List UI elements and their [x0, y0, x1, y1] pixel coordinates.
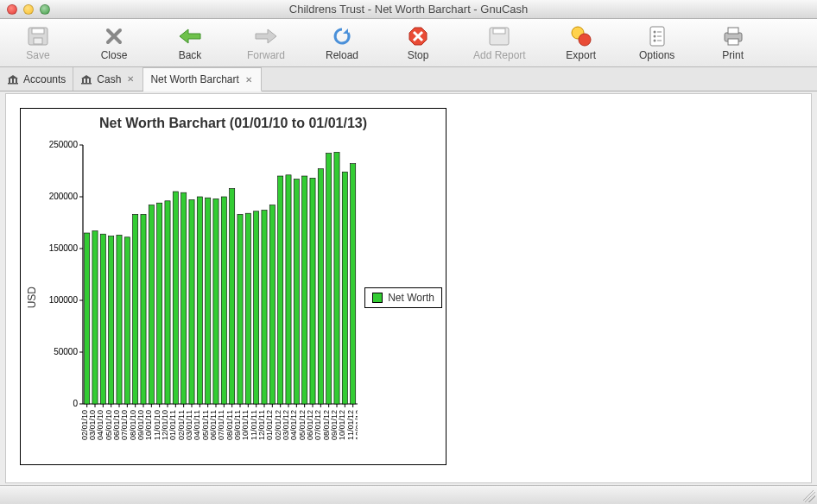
close-window-icon[interactable] — [7, 4, 17, 15]
add-report-button[interactable]: Add Report — [473, 24, 526, 61]
save-icon — [27, 24, 49, 48]
svg-text:150000: 150000 — [49, 243, 79, 253]
svg-point-14 — [653, 35, 656, 38]
svg-rect-127 — [302, 176, 307, 404]
chart-title: Net Worth Barchart (01/01/10 to 01/01/13… — [24, 116, 442, 131]
svg-rect-49 — [92, 231, 98, 404]
tab-close-icon[interactable]: ✕ — [244, 75, 254, 85]
forward-arrow-icon — [254, 24, 278, 48]
tab-label: Net Worth Barchart — [150, 73, 238, 85]
save-button[interactable]: Save — [17, 24, 59, 61]
svg-rect-100 — [230, 188, 235, 404]
minimize-window-icon[interactable] — [23, 4, 34, 15]
svg-rect-118 — [278, 176, 283, 404]
svg-rect-124 — [294, 180, 299, 404]
svg-text:12/01/12: 12/01/12 — [354, 410, 358, 440]
svg-point-11 — [579, 34, 591, 46]
options-button[interactable]: Options — [636, 24, 678, 61]
tab-accounts[interactable]: Accounts — [0, 67, 73, 91]
svg-marker-27 — [81, 75, 92, 79]
svg-text:0: 0 — [73, 399, 78, 408]
svg-rect-26 — [8, 83, 18, 85]
svg-rect-85 — [189, 200, 194, 404]
legend-label: Net Worth — [388, 292, 434, 304]
back-button[interactable]: Back — [169, 24, 211, 61]
svg-rect-21 — [728, 39, 738, 45]
add-report-icon — [488, 24, 510, 48]
close-icon — [104, 24, 124, 48]
svg-point-15 — [653, 40, 656, 42]
svg-rect-61 — [124, 237, 130, 404]
back-arrow-icon — [178, 24, 202, 48]
bank-icon — [7, 74, 19, 85]
svg-rect-31 — [81, 83, 92, 85]
svg-rect-79 — [173, 192, 178, 404]
forward-button[interactable]: Forward — [245, 24, 287, 61]
svg-rect-20 — [728, 28, 738, 34]
window-controls — [0, 4, 50, 15]
resize-grip-icon[interactable] — [803, 490, 815, 502]
svg-text:50000: 50000 — [54, 347, 78, 356]
export-icon — [570, 24, 592, 48]
tab-label: Accounts — [23, 73, 66, 85]
svg-rect-115 — [269, 205, 275, 404]
tab-label: Cash — [97, 73, 121, 85]
export-button[interactable]: Export — [560, 24, 602, 61]
reload-button[interactable]: Reload — [321, 24, 363, 61]
svg-rect-82 — [181, 192, 187, 404]
svg-marker-22 — [8, 75, 18, 79]
svg-rect-97 — [221, 197, 226, 404]
svg-text:250000: 250000 — [49, 140, 79, 149]
svg-rect-88 — [197, 197, 202, 404]
bank-icon — [80, 74, 92, 85]
svg-rect-64 — [133, 214, 138, 404]
svg-rect-58 — [117, 235, 122, 404]
svg-rect-24 — [12, 79, 14, 83]
svg-rect-130 — [310, 178, 315, 404]
svg-rect-28 — [82, 79, 84, 83]
toolbar: Save Close Back Forward Reload Stop Ad — [0, 19, 817, 67]
tab-net-worth-barchart[interactable]: Net Worth Barchart ✕ — [143, 67, 261, 91]
svg-rect-29 — [86, 79, 87, 83]
svg-rect-139 — [334, 152, 339, 404]
svg-rect-25 — [16, 79, 17, 83]
report-frame: Net Worth Barchart (01/01/10 to 01/01/13… — [20, 108, 446, 465]
svg-rect-145 — [351, 164, 356, 404]
svg-rect-67 — [141, 214, 146, 404]
svg-rect-76 — [165, 201, 170, 404]
tab-close-icon[interactable]: ✕ — [125, 74, 136, 84]
window-title: Childrens Trust - Net Worth Barchart - G… — [0, 3, 817, 16]
svg-rect-30 — [89, 79, 91, 83]
svg-rect-1 — [32, 28, 44, 34]
svg-rect-2 — [34, 38, 42, 44]
svg-rect-23 — [9, 79, 10, 83]
svg-rect-55 — [109, 236, 114, 404]
tab-cash[interactable]: Cash ✕ — [73, 67, 143, 91]
close-button[interactable]: Close — [93, 24, 135, 61]
zoom-window-icon[interactable] — [40, 4, 50, 15]
svg-rect-103 — [238, 214, 243, 404]
report-content[interactable]: Net Worth Barchart (01/01/10 to 01/01/13… — [5, 93, 812, 483]
stop-icon — [408, 24, 428, 48]
svg-rect-73 — [157, 203, 162, 404]
svg-rect-112 — [262, 211, 267, 404]
svg-rect-94 — [213, 198, 218, 404]
reload-icon — [332, 24, 352, 48]
svg-rect-106 — [245, 213, 250, 404]
tab-strip: Accounts Cash ✕ Net Worth Barchart ✕ — [0, 67, 817, 91]
svg-rect-121 — [286, 175, 291, 404]
stop-button[interactable]: Stop — [397, 24, 439, 61]
svg-rect-133 — [318, 169, 323, 404]
legend-swatch — [372, 293, 383, 303]
svg-point-13 — [653, 31, 656, 34]
svg-rect-9 — [493, 28, 505, 34]
svg-rect-70 — [149, 205, 154, 404]
svg-rect-109 — [254, 211, 259, 404]
window-titlebar: Childrens Trust - Net Worth Barchart - G… — [0, 0, 817, 19]
bar-chart: 05000010000015000020000025000002/01/1003… — [40, 138, 358, 457]
svg-rect-136 — [326, 154, 332, 404]
svg-text:200000: 200000 — [49, 192, 79, 201]
print-button[interactable]: Print — [712, 24, 754, 61]
chart-legend: Net Worth — [364, 287, 442, 308]
print-icon — [722, 24, 744, 48]
